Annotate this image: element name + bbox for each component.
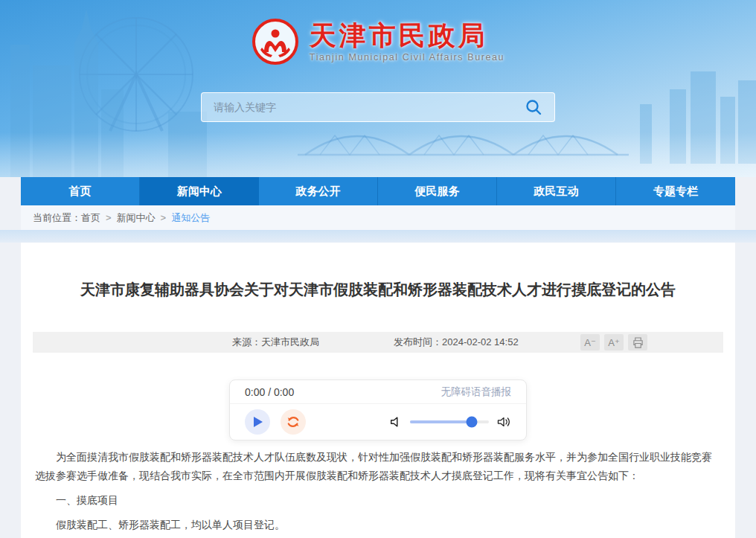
article-container: 天津市康复辅助器具协会关于对天津市假肢装配和矫形器装配技术人才进行摸底登记的公告… bbox=[21, 243, 735, 538]
play-button[interactable] bbox=[245, 409, 270, 435]
replay-icon bbox=[286, 414, 301, 429]
site-name: 天津市民政局 bbox=[310, 21, 504, 51]
site-logo[interactable]: 天津市民政局 Tianjin Municipal Civil Affairs B… bbox=[0, 18, 756, 65]
nav-item-home[interactable]: 首页 bbox=[21, 177, 140, 205]
breadcrumb-separator: > bbox=[106, 212, 112, 223]
font-decrease-button[interactable]: A⁻ bbox=[580, 334, 600, 350]
breadcrumb-news[interactable]: 新闻中心 bbox=[117, 211, 156, 225]
breadcrumb-notices[interactable]: 通知公告 bbox=[171, 211, 210, 225]
page-background-strip bbox=[0, 230, 756, 243]
breadcrumb-separator: > bbox=[161, 212, 167, 223]
breadcrumb-label: 当前位置： bbox=[33, 211, 81, 225]
banner-water-haze bbox=[0, 132, 756, 177]
nav-item-interaction[interactable]: 政民互动 bbox=[497, 177, 616, 205]
volume-fill bbox=[410, 420, 472, 423]
article-paragraph: 为全面摸清我市假肢装配和矫形器装配技术人才队伍底数及现状，针对性加强假肢装配和矫… bbox=[35, 448, 721, 485]
site-name-english: Tianjin Municipal Civil Affairs Bureau bbox=[310, 52, 504, 63]
print-button[interactable] bbox=[628, 334, 647, 350]
search-icon bbox=[525, 98, 542, 116]
player-time: 0:00 / 0:00 bbox=[245, 386, 294, 398]
font-increase-button[interactable]: A⁺ bbox=[604, 334, 624, 350]
article-title: 天津市康复辅助器具协会关于对天津市假肢装配和矫形器装配技术人才进行摸底登记的公告 bbox=[21, 243, 735, 301]
nav-item-special[interactable]: 专题专栏 bbox=[616, 177, 735, 205]
main-nav: 首页 新闻中心 政务公开 便民服务 政民互动 专题专栏 bbox=[21, 177, 735, 205]
accessibility-broadcast-label: 无障碍语音播报 bbox=[441, 385, 512, 399]
printer-icon bbox=[632, 337, 644, 348]
volume-loud-icon[interactable] bbox=[496, 415, 511, 429]
article-body: 为全面摸清我市假肢装配和矫形器装配技术人才队伍底数及现状，针对性加强假肢装配和矫… bbox=[21, 441, 735, 538]
play-icon bbox=[252, 416, 263, 428]
source-value: 天津市民政局 bbox=[261, 336, 319, 348]
civil-affairs-emblem-icon bbox=[252, 18, 299, 65]
publish-label: 发布时间： bbox=[394, 336, 442, 348]
search-input[interactable] bbox=[214, 101, 525, 113]
header-banner: 天津市民政局 Tianjin Municipal Civil Affairs B… bbox=[0, 0, 756, 177]
article-publish-time: 发布时间：2024-02-02 14:52 bbox=[394, 336, 519, 349]
source-label: 来源： bbox=[232, 336, 261, 348]
search-button[interactable] bbox=[525, 98, 542, 116]
nav-item-news[interactable]: 新闻中心 bbox=[140, 177, 259, 205]
publish-value: 2024-02-02 14:52 bbox=[442, 336, 519, 348]
nav-item-services[interactable]: 便民服务 bbox=[378, 177, 497, 205]
article-meta-bar: 来源：天津市民政局 发布时间：2024-02-02 14:52 A⁻ A⁺ bbox=[33, 332, 723, 353]
tts-audio-player: 0:00 / 0:00 无障碍语音播报 bbox=[229, 380, 527, 441]
volume-slider[interactable] bbox=[410, 420, 489, 423]
search-bar bbox=[201, 92, 555, 122]
breadcrumb-home[interactable]: 首页 bbox=[81, 211, 100, 225]
replay-button[interactable] bbox=[281, 409, 306, 435]
article-source: 来源：天津市民政局 bbox=[232, 336, 319, 349]
article-paragraph: 一、摸底项目 bbox=[35, 491, 721, 510]
article-paragraph: 假肢装配工、矫形器装配工，均以单人项目登记。 bbox=[35, 516, 721, 534]
nav-item-gov-info[interactable]: 政务公开 bbox=[259, 177, 378, 205]
volume-thumb[interactable] bbox=[466, 417, 477, 428]
volume-mute-icon[interactable] bbox=[389, 415, 403, 429]
breadcrumb: 当前位置： 首页 > 新闻中心 > 通知公告 bbox=[21, 205, 735, 230]
